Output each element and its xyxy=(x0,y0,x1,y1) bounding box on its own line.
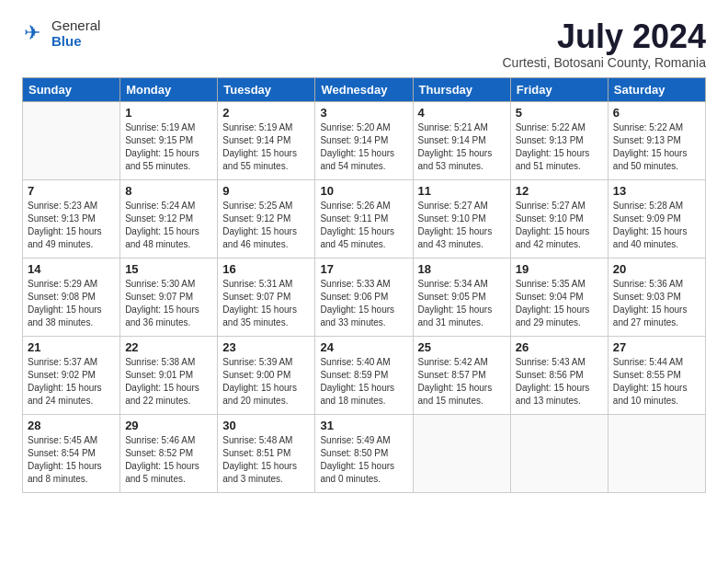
location: Curtesti, Botosani County, Romania xyxy=(502,55,706,70)
calendar-cell: 22Sunrise: 5:38 AM Sunset: 9:01 PM Dayli… xyxy=(120,336,218,414)
calendar-cell: 3Sunrise: 5:20 AM Sunset: 9:14 PM Daylig… xyxy=(315,101,413,179)
calendar-header-saturday: Saturday xyxy=(608,77,705,101)
day-info: Sunrise: 5:21 AM Sunset: 9:14 PM Dayligh… xyxy=(418,121,506,173)
calendar-cell: 20Sunrise: 5:36 AM Sunset: 9:03 PM Dayli… xyxy=(608,258,705,336)
calendar-header-sunday: Sunday xyxy=(23,77,120,101)
day-info: Sunrise: 5:34 AM Sunset: 9:05 PM Dayligh… xyxy=(418,278,506,329)
calendar-cell: 10Sunrise: 5:26 AM Sunset: 9:11 PM Dayli… xyxy=(315,179,413,258)
day-info: Sunrise: 5:35 AM Sunset: 9:04 PM Dayligh… xyxy=(516,278,603,329)
calendar-cell: 2Sunrise: 5:19 AM Sunset: 9:14 PM Daylig… xyxy=(218,101,315,179)
calendar-cell: 11Sunrise: 5:27 AM Sunset: 9:10 PM Dayli… xyxy=(413,179,510,258)
day-number: 26 xyxy=(516,340,603,354)
calendar-header-row: SundayMondayTuesdayWednesdayThursdayFrid… xyxy=(23,77,706,101)
logo-general: General xyxy=(51,18,100,34)
calendar-cell: 30Sunrise: 5:48 AM Sunset: 8:51 PM Dayli… xyxy=(218,414,315,492)
day-number: 7 xyxy=(28,184,115,198)
day-number: 19 xyxy=(516,262,603,276)
day-number: 1 xyxy=(125,106,212,120)
day-number: 16 xyxy=(222,262,310,276)
day-number: 10 xyxy=(320,184,407,198)
day-info: Sunrise: 5:36 AM Sunset: 9:03 PM Dayligh… xyxy=(613,278,700,329)
day-number: 14 xyxy=(28,262,115,276)
calendar-cell: 26Sunrise: 5:43 AM Sunset: 8:56 PM Dayli… xyxy=(510,336,608,414)
calendar-cell: 23Sunrise: 5:39 AM Sunset: 9:00 PM Dayli… xyxy=(218,336,315,414)
calendar-cell: 6Sunrise: 5:22 AM Sunset: 9:13 PM Daylig… xyxy=(608,101,705,179)
logo-icon: ✈ xyxy=(22,21,48,47)
day-info: Sunrise: 5:27 AM Sunset: 9:10 PM Dayligh… xyxy=(516,200,603,251)
day-info: Sunrise: 5:28 AM Sunset: 9:09 PM Dayligh… xyxy=(613,200,700,251)
day-number: 9 xyxy=(222,184,310,198)
calendar-header-tuesday: Tuesday xyxy=(218,77,315,101)
day-number: 5 xyxy=(516,106,603,120)
logo-text: General Blue xyxy=(51,18,100,49)
day-info: Sunrise: 5:37 AM Sunset: 9:02 PM Dayligh… xyxy=(28,356,115,408)
day-info: Sunrise: 5:45 AM Sunset: 8:54 PM Dayligh… xyxy=(28,434,115,486)
day-number: 4 xyxy=(418,106,506,120)
calendar-cell: 5Sunrise: 5:22 AM Sunset: 9:13 PM Daylig… xyxy=(510,101,608,179)
day-number: 29 xyxy=(125,419,212,432)
day-number: 6 xyxy=(613,106,700,120)
calendar-cell: 12Sunrise: 5:27 AM Sunset: 9:10 PM Dayli… xyxy=(510,179,608,258)
title-area: July 2024 Curtesti, Botosani County, Rom… xyxy=(502,18,706,70)
day-info: Sunrise: 5:22 AM Sunset: 9:13 PM Dayligh… xyxy=(613,121,700,173)
day-info: Sunrise: 5:46 AM Sunset: 8:52 PM Dayligh… xyxy=(125,434,212,486)
day-number: 24 xyxy=(320,340,407,354)
day-number: 31 xyxy=(320,419,407,432)
day-info: Sunrise: 5:24 AM Sunset: 9:12 PM Dayligh… xyxy=(125,200,212,251)
day-number: 30 xyxy=(222,419,310,432)
svg-text:✈: ✈ xyxy=(24,21,40,44)
calendar-cell: 7Sunrise: 5:23 AM Sunset: 9:13 PM Daylig… xyxy=(23,179,120,258)
calendar-cell xyxy=(23,101,120,179)
day-number: 12 xyxy=(516,184,603,198)
calendar-cell xyxy=(510,414,608,492)
day-number: 13 xyxy=(613,184,700,198)
calendar-cell: 29Sunrise: 5:46 AM Sunset: 8:52 PM Dayli… xyxy=(120,414,218,492)
calendar-cell: 14Sunrise: 5:29 AM Sunset: 9:08 PM Dayli… xyxy=(23,258,120,336)
calendar-cell: 18Sunrise: 5:34 AM Sunset: 9:05 PM Dayli… xyxy=(413,258,510,336)
day-info: Sunrise: 5:48 AM Sunset: 8:51 PM Dayligh… xyxy=(222,434,310,486)
calendar-cell: 9Sunrise: 5:25 AM Sunset: 9:12 PM Daylig… xyxy=(218,179,315,258)
calendar-cell: 8Sunrise: 5:24 AM Sunset: 9:12 PM Daylig… xyxy=(120,179,218,258)
calendar-cell: 28Sunrise: 5:45 AM Sunset: 8:54 PM Dayli… xyxy=(23,414,120,492)
month-title: July 2024 xyxy=(502,18,706,55)
day-info: Sunrise: 5:20 AM Sunset: 9:14 PM Dayligh… xyxy=(320,121,407,173)
day-number: 8 xyxy=(125,184,212,198)
calendar-week-row: 7Sunrise: 5:23 AM Sunset: 9:13 PM Daylig… xyxy=(23,179,706,258)
calendar-week-row: 1Sunrise: 5:19 AM Sunset: 9:15 PM Daylig… xyxy=(23,101,706,179)
day-number: 2 xyxy=(222,106,310,120)
logo: ✈ General Blue xyxy=(22,18,100,49)
day-info: Sunrise: 5:38 AM Sunset: 9:01 PM Dayligh… xyxy=(125,356,212,408)
calendar-cell: 4Sunrise: 5:21 AM Sunset: 9:14 PM Daylig… xyxy=(413,101,510,179)
day-number: 11 xyxy=(418,184,506,198)
calendar-cell: 21Sunrise: 5:37 AM Sunset: 9:02 PM Dayli… xyxy=(23,336,120,414)
day-info: Sunrise: 5:22 AM Sunset: 9:13 PM Dayligh… xyxy=(516,121,603,173)
day-info: Sunrise: 5:40 AM Sunset: 8:59 PM Dayligh… xyxy=(320,356,407,408)
calendar-cell xyxy=(608,414,705,492)
day-info: Sunrise: 5:19 AM Sunset: 9:15 PM Dayligh… xyxy=(125,121,212,173)
day-number: 23 xyxy=(222,340,310,354)
day-number: 27 xyxy=(613,340,700,354)
day-number: 21 xyxy=(28,340,115,354)
day-number: 17 xyxy=(320,262,407,276)
day-info: Sunrise: 5:49 AM Sunset: 8:50 PM Dayligh… xyxy=(320,434,407,486)
day-number: 18 xyxy=(418,262,506,276)
calendar-header-thursday: Thursday xyxy=(413,77,510,101)
calendar-cell: 13Sunrise: 5:28 AM Sunset: 9:09 PM Dayli… xyxy=(608,179,705,258)
calendar-header-monday: Monday xyxy=(120,77,218,101)
calendar-cell: 31Sunrise: 5:49 AM Sunset: 8:50 PM Dayli… xyxy=(315,414,413,492)
calendar-cell: 16Sunrise: 5:31 AM Sunset: 9:07 PM Dayli… xyxy=(218,258,315,336)
calendar-cell: 27Sunrise: 5:44 AM Sunset: 8:55 PM Dayli… xyxy=(608,336,705,414)
calendar-cell: 25Sunrise: 5:42 AM Sunset: 8:57 PM Dayli… xyxy=(413,336,510,414)
calendar-cell xyxy=(413,414,510,492)
calendar-cell: 1Sunrise: 5:19 AM Sunset: 9:15 PM Daylig… xyxy=(120,101,218,179)
day-info: Sunrise: 5:23 AM Sunset: 9:13 PM Dayligh… xyxy=(28,200,115,251)
day-number: 20 xyxy=(613,262,700,276)
logo-blue: Blue xyxy=(51,34,100,50)
calendar-cell: 15Sunrise: 5:30 AM Sunset: 9:07 PM Dayli… xyxy=(120,258,218,336)
day-info: Sunrise: 5:19 AM Sunset: 9:14 PM Dayligh… xyxy=(222,121,310,173)
day-info: Sunrise: 5:42 AM Sunset: 8:57 PM Dayligh… xyxy=(418,356,506,408)
day-info: Sunrise: 5:30 AM Sunset: 9:07 PM Dayligh… xyxy=(125,278,212,329)
day-info: Sunrise: 5:39 AM Sunset: 9:00 PM Dayligh… xyxy=(222,356,310,408)
day-info: Sunrise: 5:43 AM Sunset: 8:56 PM Dayligh… xyxy=(516,356,603,408)
day-number: 25 xyxy=(418,340,506,354)
